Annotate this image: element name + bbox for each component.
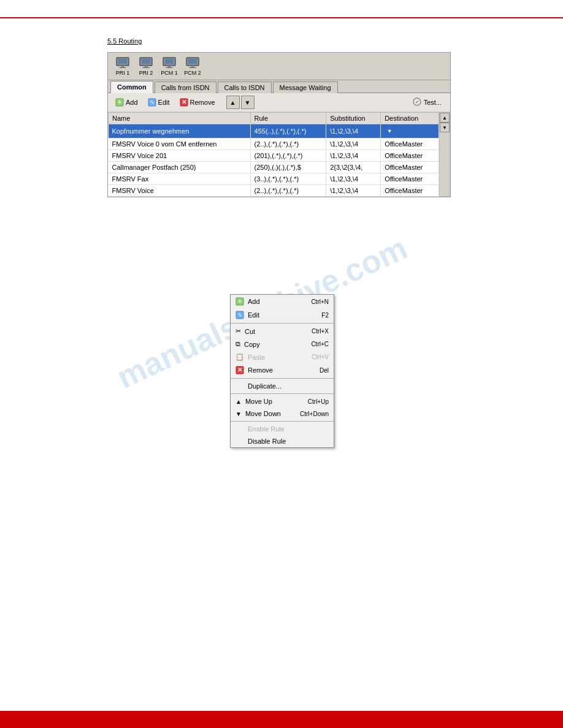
remove-label: Remove bbox=[190, 99, 215, 106]
ctx-copy[interactable]: ⧉CopyCtrl+C bbox=[231, 338, 334, 351]
ctx-divider bbox=[231, 323, 334, 324]
table-row[interactable]: FMSRV Fax(3..),(.*),(.*),(.*)\1,\2,\3,\4… bbox=[109, 173, 439, 185]
table-header-row: Name Rule Substitution Destination bbox=[109, 113, 439, 124]
table-row[interactable]: FMSRV Voice 0 vom CM entfernen(2..),(.*)… bbox=[109, 138, 439, 150]
content-area: 5.5 Routing PRI 1 bbox=[107, 37, 457, 197]
ctx-shortcut: Ctrl+V bbox=[312, 354, 329, 360]
test-button[interactable]: ✔ Test... bbox=[408, 96, 446, 108]
cell-substitution: \1,\2,\3,\4 bbox=[326, 138, 381, 150]
test-icon: ✔ bbox=[413, 97, 421, 107]
svg-text:✎: ✎ bbox=[238, 313, 242, 318]
ctx-moveup[interactable]: ▲Move UpCtrl+Up bbox=[231, 395, 334, 408]
svg-rect-11 bbox=[166, 67, 173, 68]
table-row[interactable]: FMSRV Voice(2..),(.*),(.*),(.*)\1,\2,\3,… bbox=[109, 185, 439, 197]
remove-button[interactable]: ✕ Remove bbox=[176, 97, 219, 108]
cell-destination: OfficeMaster bbox=[381, 138, 439, 150]
svg-rect-3 bbox=[119, 67, 126, 68]
svg-text:✕: ✕ bbox=[182, 99, 186, 105]
ctx-label: ▼Move Down bbox=[236, 410, 281, 417]
table-row[interactable]: Kopfnummer wegnehmen455(..),(.*),(.*),(.… bbox=[109, 124, 439, 138]
svg-text:+: + bbox=[238, 298, 242, 305]
add-label: Add bbox=[126, 99, 138, 106]
cell-name: FMSRV Voice 201 bbox=[109, 150, 251, 162]
cell-destination: OfficeMaster bbox=[381, 150, 439, 162]
pcm1-button[interactable]: PCM 1 bbox=[158, 55, 180, 77]
ctx-label: ⧉Copy bbox=[236, 340, 260, 348]
ctx-cut[interactable]: ✂CutCtrl+X bbox=[231, 325, 334, 338]
move-down-button[interactable]: ▼ bbox=[241, 96, 255, 109]
cell-destination: OfficeMaster bbox=[381, 173, 439, 185]
pri2-button[interactable]: PRI 2 bbox=[135, 55, 157, 77]
ctx-label: Enable Rule bbox=[236, 425, 285, 433]
col-destination: Destination bbox=[381, 113, 439, 124]
cell-rule: (2..),(.*),(.*),(.*) bbox=[250, 138, 326, 150]
ctx-label: Duplicate... bbox=[236, 382, 282, 390]
tab-calls-from-isdn[interactable]: Calls from ISDN bbox=[155, 82, 216, 93]
pcm2-label: PCM 2 bbox=[184, 70, 201, 76]
ctx-duplicate[interactable]: Duplicate... bbox=[231, 380, 334, 392]
ctx-add[interactable]: +AddCtrl+N bbox=[231, 295, 334, 308]
svg-text:✔: ✔ bbox=[415, 99, 419, 105]
cell-rule: (201),(.*),(.*),(.*) bbox=[250, 150, 326, 162]
ctx-shortcut: F2 bbox=[321, 312, 329, 319]
ctx-label: ✂Cut bbox=[236, 327, 255, 335]
ctx-shortcut: Ctrl+Up bbox=[308, 398, 329, 405]
cell-substitution: \1,\2,\3,\4 bbox=[326, 173, 381, 185]
svg-rect-9 bbox=[165, 59, 174, 64]
scrollbar[interactable]: ▲ ▼ bbox=[439, 112, 450, 197]
cell-destination: ▼ bbox=[381, 124, 439, 138]
pcm2-button[interactable]: PCM 2 bbox=[182, 55, 204, 77]
edit-button[interactable]: ✎ Edit bbox=[144, 97, 174, 108]
svg-rect-15 bbox=[189, 67, 196, 68]
ctx-label: ✕Remove bbox=[236, 366, 273, 374]
ctx-shortcut: Ctrl+X bbox=[312, 328, 329, 335]
destination-icon: ▼ bbox=[385, 126, 394, 136]
cell-rule: (250),(.)(.),(.*),$ bbox=[250, 162, 326, 173]
ctx-shortcut: Ctrl+N bbox=[311, 298, 329, 305]
table-row[interactable]: FMSRV Voice 201(201),(.*),(.*),(.*)\1,\2… bbox=[109, 150, 439, 162]
svg-rect-10 bbox=[167, 66, 171, 67]
pri2-icon bbox=[139, 56, 153, 69]
table-row[interactable]: Callmanager Postfach (250)(250),(.)(.),(… bbox=[109, 162, 439, 173]
col-rule: Rule bbox=[250, 113, 326, 124]
ctx-divider bbox=[231, 393, 334, 394]
tab-common[interactable]: Common bbox=[110, 81, 153, 93]
ctx-remove[interactable]: ✕RemoveDel bbox=[231, 363, 334, 377]
ctx-enable: Enable Rule bbox=[231, 423, 334, 435]
test-label: Test... bbox=[424, 99, 442, 106]
pri1-label: PRI 1 bbox=[116, 70, 130, 76]
ctx-label: +Add bbox=[236, 297, 260, 306]
ctx-label: ✎Edit bbox=[236, 311, 259, 319]
svg-rect-13 bbox=[188, 59, 197, 64]
ctx-edit[interactable]: ✎EditF2 bbox=[231, 308, 334, 322]
tab-calls-to-isdn[interactable]: Calls to ISDN bbox=[218, 82, 272, 93]
svg-text:✎: ✎ bbox=[150, 100, 154, 105]
cell-destination: OfficeMaster bbox=[381, 162, 439, 173]
add-button[interactable]: + Add bbox=[112, 97, 142, 108]
cell-rule: (2..),(.*),(.*),(.*) bbox=[250, 185, 326, 197]
ctx-movedown[interactable]: ▼Move DownCtrl+Down bbox=[231, 408, 334, 420]
pri1-button[interactable]: PRI 1 bbox=[112, 55, 134, 77]
table-container: Name Rule Substitution Destination Kopfn… bbox=[108, 112, 450, 197]
svg-rect-1 bbox=[118, 59, 127, 64]
svg-rect-14 bbox=[191, 66, 194, 67]
dialog-window: PRI 1 PRI 2 bbox=[107, 52, 451, 197]
ctx-shortcut: Ctrl+Down bbox=[300, 411, 329, 417]
scroll-down-arrow[interactable]: ▼ bbox=[440, 123, 450, 132]
tab-message-waiting[interactable]: Message Waiting bbox=[273, 82, 338, 93]
cell-substitution: \1,\2,\3,\4 bbox=[326, 124, 381, 138]
cell-name: Callmanager Postfach (250) bbox=[109, 162, 251, 173]
ctx-disable[interactable]: Disable Rule bbox=[231, 435, 334, 447]
svg-rect-5 bbox=[142, 59, 150, 64]
svg-rect-6 bbox=[144, 66, 148, 67]
edit-icon: ✎ bbox=[148, 98, 156, 107]
tabs-row: Common Calls from ISDN Calls to ISDN Mes… bbox=[108, 80, 450, 93]
scroll-up-arrow[interactable]: ▲ bbox=[440, 113, 450, 123]
pcm1-label: PCM 1 bbox=[161, 70, 178, 76]
ctx-divider bbox=[231, 378, 334, 379]
top-line bbox=[0, 17, 563, 18]
pri2-label: PRI 2 bbox=[139, 70, 153, 76]
ctx-label: ▲Move Up bbox=[236, 398, 272, 405]
move-up-button[interactable]: ▲ bbox=[226, 96, 240, 109]
breadcrumb-link[interactable]: 5.5 Routing bbox=[107, 37, 142, 45]
